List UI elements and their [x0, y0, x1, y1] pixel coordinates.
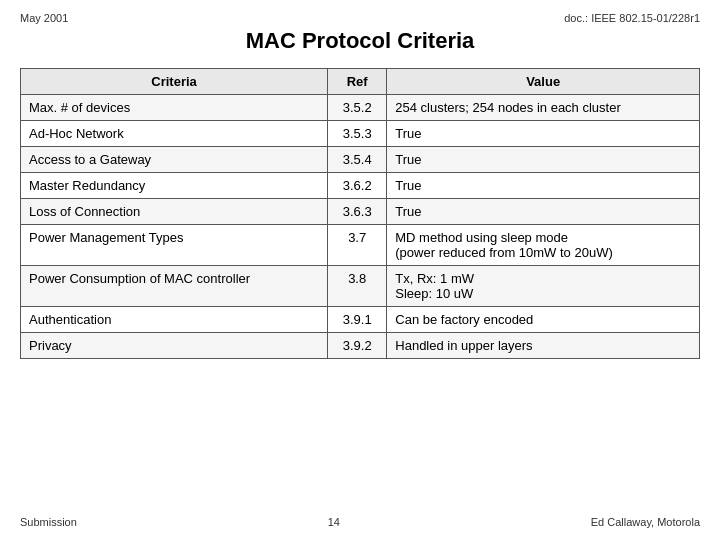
table-row: Access to a Gateway3.5.4True	[21, 147, 700, 173]
header: May 2001 doc.: IEEE 802.15-01/228r1	[20, 12, 700, 24]
page: May 2001 doc.: IEEE 802.15-01/228r1 MAC …	[0, 0, 720, 540]
table-row: Loss of Connection3.6.3True	[21, 199, 700, 225]
cell-ref: 3.9.1	[328, 307, 387, 333]
cell-criteria: Power Consumption of MAC controller	[21, 266, 328, 307]
criteria-table: Criteria Ref Value Max. # of devices3.5.…	[20, 68, 700, 359]
table-row: Ad-Hoc Network3.5.3True	[21, 121, 700, 147]
cell-value: MD method using sleep mode(power reduced…	[387, 225, 700, 266]
cell-criteria: Access to a Gateway	[21, 147, 328, 173]
cell-criteria: Authentication	[21, 307, 328, 333]
table-row: Privacy3.9.2Handled in upper layers	[21, 333, 700, 359]
footer: Submission 14 Ed Callaway, Motorola	[20, 516, 700, 528]
cell-ref: 3.7	[328, 225, 387, 266]
footer-right: Ed Callaway, Motorola	[591, 516, 700, 528]
cell-criteria: Privacy	[21, 333, 328, 359]
col-header-ref: Ref	[328, 69, 387, 95]
header-left: May 2001	[20, 12, 68, 24]
cell-criteria: Power Management Types	[21, 225, 328, 266]
cell-value: Can be factory encoded	[387, 307, 700, 333]
cell-value: Tx, Rx: 1 mWSleep: 10 uW	[387, 266, 700, 307]
cell-criteria: Max. # of devices	[21, 95, 328, 121]
cell-value: True	[387, 121, 700, 147]
table-row: Max. # of devices3.5.2254 clusters; 254 …	[21, 95, 700, 121]
table-row: Power Management Types3.7MD method using…	[21, 225, 700, 266]
cell-criteria: Loss of Connection	[21, 199, 328, 225]
table-row: Power Consumption of MAC controller3.8Tx…	[21, 266, 700, 307]
cell-ref: 3.6.3	[328, 199, 387, 225]
cell-ref: 3.6.2	[328, 173, 387, 199]
page-title: MAC Protocol Criteria	[20, 28, 700, 54]
cell-ref: 3.8	[328, 266, 387, 307]
cell-criteria: Ad-Hoc Network	[21, 121, 328, 147]
table-wrapper: Criteria Ref Value Max. # of devices3.5.…	[20, 68, 700, 506]
col-header-value: Value	[387, 69, 700, 95]
cell-ref: 3.5.2	[328, 95, 387, 121]
cell-ref: 3.5.3	[328, 121, 387, 147]
cell-value: True	[387, 199, 700, 225]
table-row: Authentication3.9.1Can be factory encode…	[21, 307, 700, 333]
footer-left: Submission	[20, 516, 77, 528]
cell-ref: 3.5.4	[328, 147, 387, 173]
table-header-row: Criteria Ref Value	[21, 69, 700, 95]
footer-center: 14	[328, 516, 340, 528]
cell-value: 254 clusters; 254 nodes in each cluster	[387, 95, 700, 121]
col-header-criteria: Criteria	[21, 69, 328, 95]
table-row: Master Redundancy3.6.2True	[21, 173, 700, 199]
cell-ref: 3.9.2	[328, 333, 387, 359]
cell-criteria: Master Redundancy	[21, 173, 328, 199]
cell-value: Handled in upper layers	[387, 333, 700, 359]
cell-value: True	[387, 147, 700, 173]
header-right: doc.: IEEE 802.15-01/228r1	[564, 12, 700, 24]
cell-value: True	[387, 173, 700, 199]
